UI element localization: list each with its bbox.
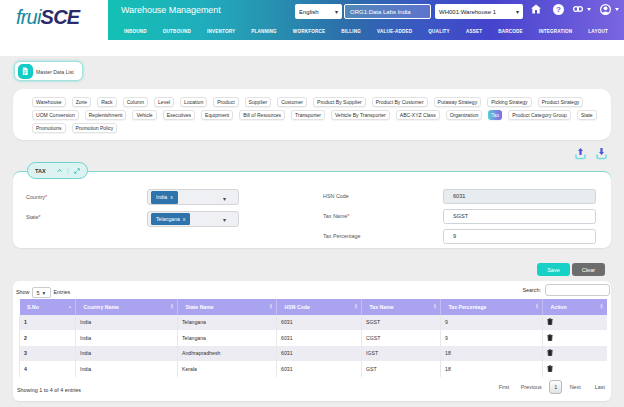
svg-text:?: ?	[556, 5, 561, 14]
